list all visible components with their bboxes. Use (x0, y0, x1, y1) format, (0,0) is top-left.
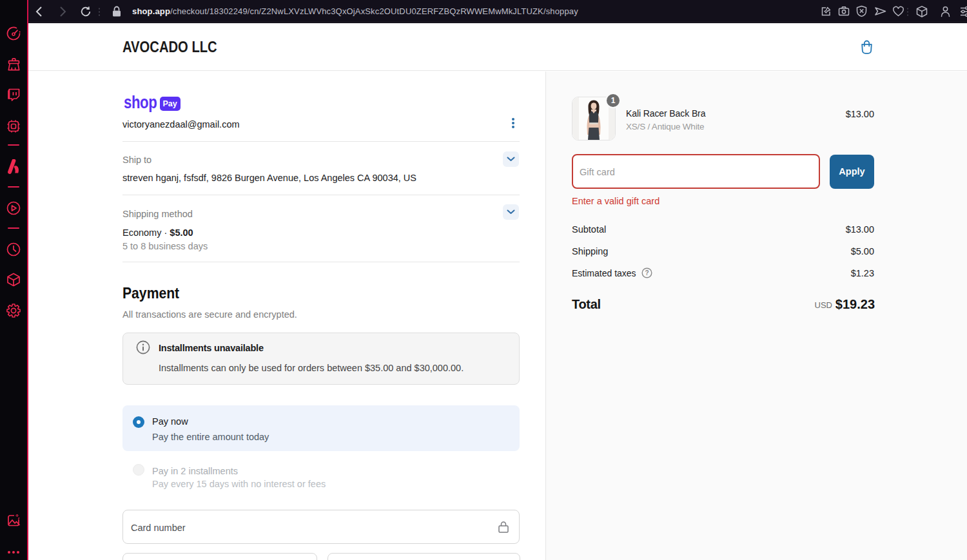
svg-text:?: ? (645, 269, 649, 276)
